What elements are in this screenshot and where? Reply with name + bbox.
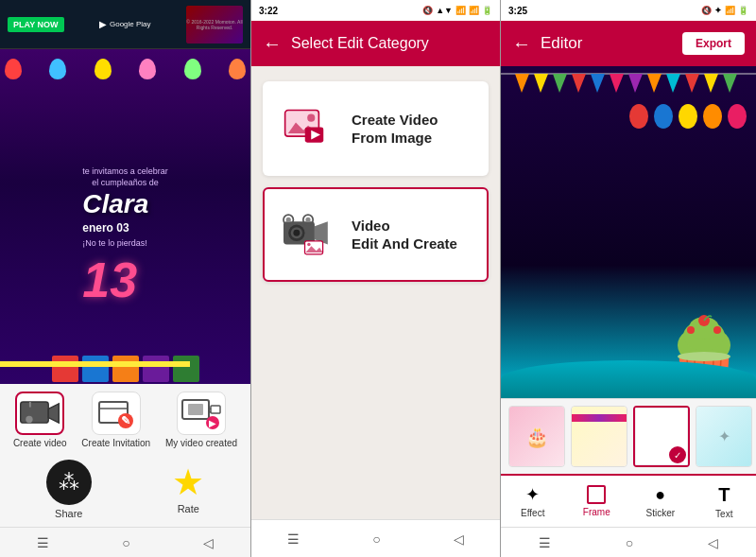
thumbnail-2[interactable] [571,406,627,467]
balloon-yellow [94,59,112,79]
my-video-icon-container: ▶ [177,392,226,435]
scene-balloon-pink [728,104,747,129]
balloon-pink [139,59,156,79]
svg-point-25 [286,218,291,222]
category-title-2: Video Edit And Create [352,217,457,253]
nav-home-icon-p2[interactable]: ○ [372,531,380,547]
birthday-card: te invitamos a celebrar el cumpleaños de… [0,49,250,384]
category-title-1: Create Video From Image [352,111,438,148]
sticker-icon: ● [655,485,665,505]
create-invitation-icon-container: ✎ [92,392,141,435]
action-buttons-row: Create video ✎ Create Invitation [6,392,245,448]
text-tool[interactable]: T Text [700,484,747,519]
svg-marker-34 [553,74,567,93]
card-date: enero 03 [82,221,168,235]
video-edit-category-text: Video Edit And Create [352,217,457,253]
nav-menu-icon-p1[interactable]: ☰ [37,535,49,550]
edit-categories-list: Create Video From Image [251,66,500,519]
gift-purple [143,356,169,382]
panel-editor: 3:25 🔇 ✦ 📶 🔋 ← Editor Export [501,0,756,557]
export-button[interactable]: Export [682,32,745,55]
effect-icon: ✦ [525,484,540,505]
balloon-blue [49,59,66,79]
back-button-p2[interactable]: ← [263,33,282,55]
svg-point-27 [305,218,310,222]
status-icons-p2: 🔇 ▲▼ 📶 📶 🔋 [422,6,492,15]
card-invite-line2: el cumpleaños de [82,178,168,187]
scene-balloon-orange [703,104,722,129]
nav-menu-icon-p3[interactable]: ☰ [539,535,551,550]
nav-back-icon-p3[interactable]: ◁ [708,535,718,550]
nav-bar-panel3: ☰ ○ ◁ [501,527,756,557]
card-invite-line1: te invitamos a celebrar [82,166,168,176]
svg-marker-37 [610,74,624,93]
thumbnail-3-selected[interactable]: ✓ [633,406,690,467]
svg-marker-33 [534,74,548,93]
create-video-icon [17,391,62,436]
svg-marker-1 [48,404,59,423]
svg-marker-41 [685,74,699,93]
nav-menu-icon-p2[interactable]: ☰ [287,531,300,547]
nav-home-icon-p1[interactable]: ○ [122,535,129,550]
gift-boxes [0,354,250,384]
editor-tools-bar: ✦ Effect Frame ● Sticker T Text [501,474,756,527]
create-video-label: Create video [13,438,67,448]
share-label: Share [55,508,82,519]
sticker-label: Sticker [645,508,675,518]
create-video-icon-wrap [278,98,338,159]
effect-tool[interactable]: ✦ Effect [509,484,557,518]
scene-balloon-blue [654,104,673,129]
nav-back-icon-p2[interactable]: ◁ [454,531,464,547]
my-video-created-button[interactable]: ▶ My video created [165,392,237,448]
svg-marker-39 [647,74,662,93]
scene-balloon-red [629,104,648,129]
nav-back-icon-p1[interactable]: ◁ [203,535,214,550]
nav-bar-panel1: ☰ ○ ◁ [0,527,250,557]
card-age: 13 [82,255,168,305]
time-p2: 3:22 [259,6,278,16]
gift-green [173,356,199,382]
editor-top-bar: ← Editor Export [501,21,756,66]
play-now-button[interactable]: PLAY NOW [8,17,64,32]
frame-tool[interactable]: Frame [573,485,620,517]
nav-home-icon-p3[interactable]: ○ [626,535,633,550]
video-edit-icon-wrap [278,204,338,265]
share-button[interactable]: ⁂ Share [46,460,92,519]
party-scene [501,66,756,398]
bottom-actions: Create video ✎ Create Invitation [0,384,250,527]
create-invitation-button[interactable]: ✎ Create Invitation [81,392,150,448]
create-video-button[interactable]: Create video [13,392,67,448]
thumbnail-4[interactable]: ✦ [696,406,752,467]
category-video-edit-create[interactable]: Video Edit And Create [263,187,489,282]
scene-balloons [629,104,747,129]
svg-point-49 [713,326,721,334]
frame-icon [587,485,606,504]
svg-rect-10 [211,406,220,413]
social-row: ⁂ Share ★ Rate [6,456,245,523]
svg-marker-38 [628,74,643,93]
panel-app-home: PLAY NOW ▶ Google Play © 2016-2022 Momot… [0,0,250,557]
my-video-label: My video created [165,438,237,448]
create-video-category-text: Create Video From Image [352,111,438,148]
svg-point-48 [687,326,695,334]
sticker-tool[interactable]: ● Sticker [637,485,684,518]
card-content: te invitamos a celebrar el cumpleaños de… [82,166,168,305]
balloon-decorations [0,59,250,79]
create-invitation-icon: ✎ [95,394,137,432]
gift-blue [82,356,109,382]
svg-marker-32 [515,74,529,93]
thumbnail-row: 🎂 ✓ ✦ [501,398,756,474]
svg-point-17 [307,114,315,122]
svg-marker-35 [572,74,586,93]
editor-canvas [501,66,756,398]
rate-button[interactable]: ★ Rate [172,464,204,514]
gift-orange [112,356,139,382]
status-icons-p3: 🔇 ✦ 📶 🔋 [701,6,748,15]
category-create-video-from-image[interactable]: Create Video From Image [263,81,489,176]
status-bar-p3: 3:25 🔇 ✦ 📶 🔋 [501,0,756,21]
thumbnail-1[interactable]: 🎂 [508,406,565,467]
google-play-badge: ▶ Google Play [99,19,151,29]
svg-marker-42 [704,74,718,93]
back-button-p3[interactable]: ← [512,33,531,55]
svg-rect-0 [21,402,49,423]
